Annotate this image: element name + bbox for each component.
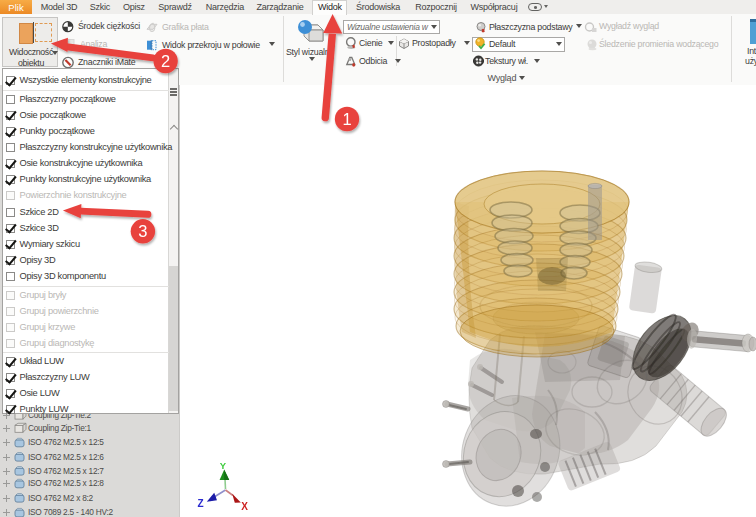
svg-text:2: 2 xyxy=(161,52,170,70)
svg-text:3: 3 xyxy=(138,222,147,240)
svg-text:1: 1 xyxy=(342,110,351,128)
